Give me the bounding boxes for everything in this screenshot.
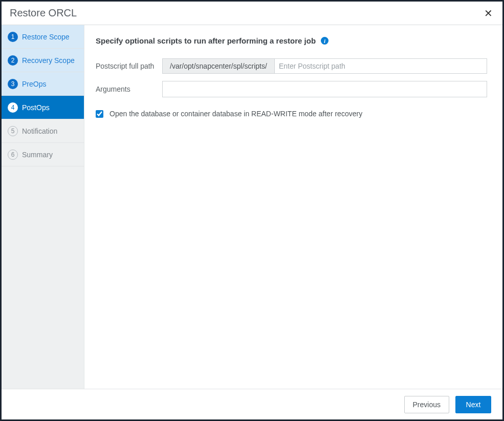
wizard-sidebar: 1 Restore Scope 2 Recovery Scope 3 PreOp… — [2, 25, 84, 389]
step-number: 1 — [8, 32, 18, 42]
section-heading-row: Specify optional scripts to run after pe… — [96, 36, 487, 45]
dialog-title: Restore ORCL — [10, 7, 482, 19]
close-icon: ✕ — [484, 8, 493, 19]
main-panel: Specify optional scripts to run after pe… — [84, 25, 502, 389]
close-button[interactable]: ✕ — [482, 7, 494, 19]
step-number: 6 — [8, 150, 18, 160]
step-label: Recovery Scope — [22, 56, 75, 65]
step-notification[interactable]: 5 Notification — [2, 119, 84, 143]
arguments-row: Arguments — [96, 81, 487, 97]
postscript-label: Postscript full path — [96, 62, 162, 70]
postscript-row: Postscript full path /var/opt/snapcenter… — [96, 58, 487, 74]
step-label: Notification — [22, 127, 57, 135]
step-preops[interactable]: 3 PreOps — [2, 72, 84, 96]
step-recovery-scope[interactable]: 2 Recovery Scope — [2, 49, 84, 72]
step-number: 5 — [8, 126, 18, 136]
arguments-label: Arguments — [96, 85, 162, 93]
step-label: PreOps — [22, 80, 46, 88]
step-number: 3 — [8, 79, 18, 89]
postscript-path-group: /var/opt/snapcenter/spl/scripts/ — [162, 58, 487, 74]
open-db-checkbox[interactable] — [96, 110, 103, 118]
step-postops[interactable]: 4 PostOps — [2, 96, 84, 119]
open-db-checkbox-row[interactable]: Open the database or container database … — [96, 110, 487, 118]
step-label: Restore Scope — [22, 33, 70, 41]
info-icon[interactable]: i — [321, 37, 328, 45]
step-number: 4 — [8, 102, 18, 113]
section-heading: Specify optional scripts to run after pe… — [96, 36, 316, 45]
dialog-footer: Previous Next — [2, 389, 502, 419]
dialog-header: Restore ORCL ✕ — [2, 2, 502, 25]
step-label: PostOps — [22, 103, 50, 112]
next-button[interactable]: Next — [455, 396, 491, 413]
step-summary[interactable]: 6 Summary — [2, 143, 84, 166]
step-restore-scope[interactable]: 1 Restore Scope — [2, 25, 84, 49]
postscript-input[interactable] — [275, 59, 487, 73]
arguments-input[interactable] — [162, 81, 487, 97]
restore-dialog: Restore ORCL ✕ 1 Restore Scope 2 Recover… — [0, 0, 504, 421]
step-label: Summary — [22, 151, 53, 159]
postscript-prefix: /var/opt/snapcenter/spl/scripts/ — [163, 59, 275, 73]
open-db-checkbox-label: Open the database or container database … — [109, 110, 362, 118]
step-number: 2 — [8, 55, 18, 66]
previous-button[interactable]: Previous — [404, 396, 449, 413]
dialog-body: 1 Restore Scope 2 Recovery Scope 3 PreOp… — [2, 25, 502, 389]
